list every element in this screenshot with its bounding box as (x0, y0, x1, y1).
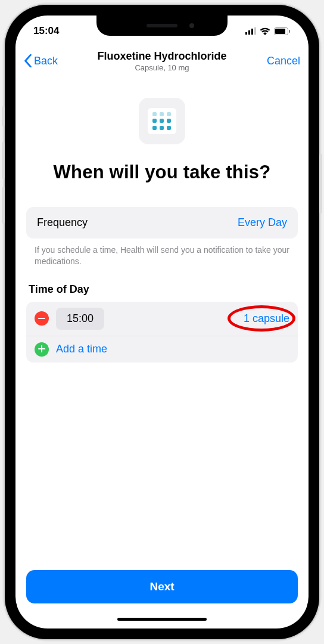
time-card: 15:00 1 capsule Add a time (26, 302, 298, 363)
svg-rect-2 (251, 29, 253, 35)
side-volume-up (2, 142, 5, 179)
cancel-button[interactable]: Cancel (267, 55, 300, 67)
calendar-blister-icon (139, 98, 185, 144)
frequency-row[interactable]: Frequency Every Day (26, 207, 298, 239)
add-time-button[interactable] (35, 342, 49, 357)
frequency-label: Frequency (37, 216, 88, 229)
side-volume-down (2, 187, 5, 224)
remove-time-button[interactable] (35, 311, 49, 326)
medication-icon-wrap (26, 98, 298, 144)
side-power-button (319, 154, 322, 213)
notch (96, 16, 228, 36)
add-time-row[interactable]: Add a time (26, 336, 298, 363)
navigation-bar: Back Fluoxetine Hydrochloride Capsule, 1… (15, 44, 309, 78)
status-time: 15:04 (33, 25, 59, 37)
svg-rect-5 (275, 29, 285, 34)
front-camera (189, 23, 194, 28)
back-button[interactable]: Back (24, 54, 58, 67)
time-of-day-label: Time of Day (29, 283, 298, 296)
back-label: Back (34, 55, 58, 67)
status-icons (245, 27, 291, 35)
side-silence-switch (2, 106, 5, 126)
help-text: If you schedule a time, Health will send… (26, 239, 298, 268)
chevron-left-icon (24, 54, 32, 67)
svg-rect-6 (289, 30, 290, 33)
blister-pack-icon (148, 108, 176, 134)
time-entry-row: 15:00 1 capsule (26, 302, 298, 336)
cellular-signal-icon (245, 27, 256, 35)
next-button[interactable]: Next (26, 570, 298, 603)
svg-rect-7 (38, 318, 45, 319)
svg-rect-0 (245, 32, 247, 35)
time-picker[interactable]: 15:00 (56, 308, 104, 330)
svg-rect-1 (248, 30, 250, 35)
nav-title-group: Fluoxetine Hydrochloride Capsule, 10 mg (15, 50, 309, 72)
wifi-icon (260, 27, 270, 35)
earpiece-speaker (147, 24, 177, 27)
svg-rect-3 (254, 27, 256, 35)
page-subtitle: Capsule, 10 mg (15, 63, 309, 72)
frequency-card: Frequency Every Day (26, 207, 298, 239)
content-area: When will you take this? Frequency Every… (15, 78, 309, 614)
phone-frame: 15:04 Back Fluoxetine (5, 5, 319, 639)
svg-rect-9 (38, 348, 45, 349)
minus-icon (38, 318, 45, 319)
page-title: Fluoxetine Hydrochloride (15, 50, 309, 63)
frequency-value[interactable]: Every Day (238, 216, 287, 229)
headline: When will you take this? (26, 161, 298, 184)
plus-icon (38, 344, 45, 355)
battery-icon (274, 27, 291, 35)
dose-button[interactable]: 1 capsule (244, 312, 289, 325)
screen: 15:04 Back Fluoxetine (15, 16, 309, 628)
add-time-label: Add a time (56, 343, 107, 355)
spacer (26, 363, 298, 570)
home-indicator[interactable] (15, 614, 309, 628)
